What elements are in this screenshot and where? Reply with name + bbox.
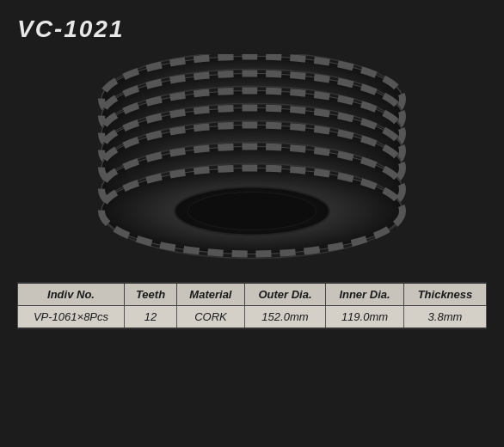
svg-point-34 (187, 193, 317, 230)
col-header-teeth: Teeth (125, 283, 177, 306)
cell-inner-dia: 119.0mm (326, 306, 404, 329)
col-header-thickness: Thickness (403, 283, 486, 306)
col-header-material: Material (177, 283, 245, 306)
page-container: VC-1021 (0, 0, 504, 447)
cell-indiv: VP-1061×8Pcs (18, 306, 125, 329)
product-image-area (17, 50, 487, 273)
col-header-indiv: Indiv No. (18, 283, 125, 306)
clutch-plates-image (28, 54, 476, 269)
specs-table: Indiv No. Teeth Material Outer Dia. Inne… (17, 282, 487, 329)
cell-material: CORK (177, 306, 245, 329)
part-number: VC-1021 (17, 15, 125, 43)
cell-thickness: 3.8mm (403, 306, 486, 329)
col-header-outer: Outer Dia. (244, 283, 325, 306)
col-header-inner: Inner Dia. (326, 283, 404, 306)
table-row: VP-1061×8Pcs 12 CORK 152.0mm 119.0mm 3.8… (18, 306, 487, 329)
cell-outer-dia: 152.0mm (244, 306, 325, 329)
specs-table-container: Indiv No. Teeth Material Outer Dia. Inne… (17, 282, 487, 329)
cell-teeth: 12 (125, 306, 177, 329)
